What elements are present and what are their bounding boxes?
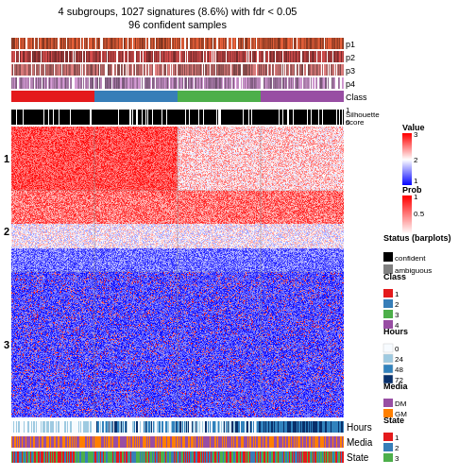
legend-area xyxy=(361,36,474,470)
main-container xyxy=(0,0,476,476)
